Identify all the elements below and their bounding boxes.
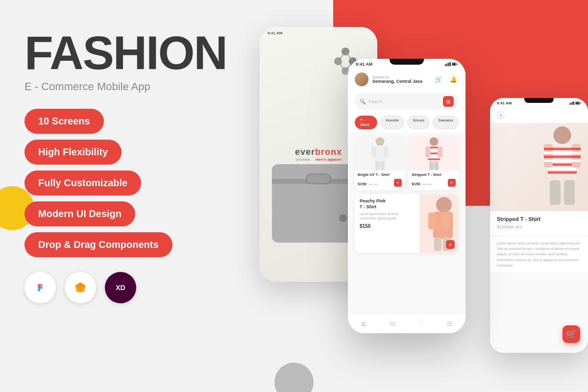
person-figure-1 bbox=[371, 137, 389, 170]
figma-icon bbox=[24, 272, 56, 303]
phone-main-status: 9:41 AM bbox=[348, 59, 466, 69]
left-panel: FASHION E - Commerce Mobile App 10 Scree… bbox=[24, 29, 230, 303]
svg-rect-50 bbox=[573, 101, 575, 105]
floating-cart-button[interactable]: 🛒 bbox=[563, 325, 580, 343]
feature-badges: 10 Screens High Flexibility Fully Custom… bbox=[24, 109, 230, 257]
brand-name: everbronx bbox=[295, 147, 342, 157]
cat-sweater[interactable]: Sweater bbox=[433, 116, 459, 129]
app-subtitle: E - Commerce Mobile App bbox=[24, 80, 230, 93]
cat-tshirt[interactable]: T - Shirt bbox=[355, 116, 377, 129]
svg-rect-19 bbox=[449, 62, 451, 66]
wide-product-desc: Lorem ipsum dolor sit amet, consectetur … bbox=[360, 212, 415, 220]
search-bar: 🔍 Search ⊞ bbox=[348, 90, 466, 113]
svg-rect-38 bbox=[438, 147, 442, 157]
product-card-1[interactable]: Bright UV T - Shirt $150 per pcs + bbox=[355, 136, 405, 190]
search-input-wrap: 🔍 Search ⊞ bbox=[355, 93, 459, 110]
svg-line-9 bbox=[338, 61, 345, 71]
svg-rect-17 bbox=[446, 64, 447, 67]
svg-rect-49 bbox=[572, 102, 573, 105]
svg-rect-26 bbox=[384, 147, 389, 157]
svg-rect-53 bbox=[580, 102, 581, 103]
product-info-1: Bright UV T - Shirt $150 per pcs + bbox=[355, 171, 405, 190]
svg-rect-39 bbox=[429, 161, 434, 170]
filter-button[interactable]: ⊞ bbox=[443, 96, 454, 107]
product-card-wide[interactable]: Peachy PinkT - Shirt Lorem ipsum dolor s… bbox=[355, 194, 459, 253]
user-info: Delivery to Semarang, Central Java bbox=[355, 73, 422, 86]
svg-rect-48 bbox=[571, 102, 572, 105]
svg-rect-65 bbox=[550, 180, 561, 205]
svg-rect-16 bbox=[445, 64, 446, 66]
detail-time: 9:41 AM bbox=[497, 101, 512, 105]
products-grid: Bright UV T - Shirt $150 per pcs + bbox=[348, 132, 466, 313]
brand-tagline: provides men's apparel bbox=[295, 157, 342, 162]
main-status-time: 9:41 AM bbox=[356, 62, 372, 67]
back-button[interactable]: ‹ bbox=[496, 110, 506, 120]
svg-rect-66 bbox=[564, 180, 575, 205]
search-icon: 🔍 bbox=[360, 99, 366, 104]
svg-line-8 bbox=[338, 51, 345, 61]
product-price-1: $150 per pcs bbox=[358, 178, 378, 187]
cart-icon[interactable]: 🛒 bbox=[433, 74, 444, 85]
phone-main-header: Delivery to Semarang, Central Java 🛒 🔔 bbox=[348, 69, 466, 90]
detail-signal-icon bbox=[569, 101, 574, 105]
nav-profile[interactable]: ⊞ bbox=[444, 318, 456, 329]
detail-product-info: Stripped T - Shirt $150/per pcs bbox=[490, 211, 588, 235]
phone-detail: 9:41 AM ‹ bbox=[490, 98, 588, 353]
products-row-1: Bright UV T - Shirt $150 per pcs + bbox=[355, 136, 459, 190]
delivery-location: Semarang, Central Java bbox=[372, 79, 422, 84]
wide-add-btn[interactable]: + bbox=[446, 240, 455, 249]
badge-screens: 10 Screens bbox=[24, 109, 104, 134]
search-placeholder[interactable]: Search bbox=[368, 99, 440, 104]
tool-icons: XD bbox=[24, 272, 230, 303]
product-price-row-2: $150 per pcs + bbox=[412, 178, 456, 187]
detail-figure bbox=[544, 125, 581, 211]
svg-rect-43 bbox=[428, 213, 436, 229]
phone-main: 9:41 AM bbox=[348, 59, 466, 333]
svg-rect-47 bbox=[569, 103, 570, 105]
product-info-2: Stripped T - Shirt $150 per pcs + bbox=[409, 171, 459, 190]
nav-shop[interactable]: 🛍 bbox=[387, 318, 398, 329]
svg-rect-25 bbox=[371, 147, 376, 157]
xd-icon: XD bbox=[105, 272, 136, 303]
product-name-2: Stripped T - Shirt bbox=[412, 172, 456, 177]
phone-detail-status: 9:41 AM bbox=[490, 98, 588, 107]
svg-rect-45 bbox=[434, 237, 441, 251]
wide-card-img: + bbox=[419, 194, 459, 253]
phones-area: everbronx provides men's apparel 9:41 AM… bbox=[235, 0, 588, 392]
cat-shoes[interactable]: Shoes bbox=[407, 116, 430, 129]
brand-phone-time: 9:41 AM bbox=[268, 31, 282, 35]
detail-product-price: $150/per pcs bbox=[497, 223, 581, 230]
svg-rect-21 bbox=[452, 63, 456, 65]
nav-home[interactable]: ⌂ bbox=[358, 318, 369, 329]
wide-card-info: Peachy PinkT - Shirt Lorem ipsum dolor s… bbox=[355, 194, 419, 253]
svg-point-15 bbox=[339, 214, 347, 222]
detail-battery-icon bbox=[575, 101, 581, 105]
add-cart-btn-1[interactable]: + bbox=[394, 179, 402, 187]
detail-product-title: Stripped T - Shirt bbox=[497, 216, 581, 222]
add-cart-btn-2[interactable]: + bbox=[448, 179, 456, 187]
nav-heart[interactable]: ♡ bbox=[415, 318, 427, 329]
svg-rect-37 bbox=[425, 147, 430, 157]
bell-icon[interactable]: 🔔 bbox=[448, 74, 459, 85]
svg-rect-22 bbox=[457, 64, 458, 65]
product-price-row-1: $150 per pcs + bbox=[358, 178, 402, 187]
category-tabs: T - Shirt Hoodie Shoes Sweater bbox=[348, 113, 466, 132]
badge-ui: Modern UI Design bbox=[24, 201, 135, 226]
badge-drag: Drop & Drag Components bbox=[24, 232, 172, 257]
svg-rect-18 bbox=[448, 63, 449, 66]
xd-label: XD bbox=[116, 284, 125, 292]
svg-rect-14 bbox=[306, 174, 331, 184]
sketch-icon bbox=[65, 272, 96, 303]
phone-brand-text: everbronx provides men's apparel bbox=[295, 147, 342, 162]
detail-product-img bbox=[490, 123, 588, 211]
svg-rect-40 bbox=[434, 161, 439, 170]
product-card-2[interactable]: Stripped T - Shirt $150 per pcs + bbox=[409, 136, 459, 190]
delivery-label: Delivery to bbox=[372, 75, 422, 79]
header-icons: 🛒 🔔 bbox=[433, 74, 459, 85]
cat-hoodie[interactable]: Hoodie bbox=[380, 116, 404, 129]
svg-rect-27 bbox=[375, 161, 380, 170]
person-figure-2 bbox=[425, 137, 442, 170]
svg-point-54 bbox=[554, 126, 571, 144]
app-title: FASHION bbox=[24, 29, 230, 76]
signal-icon bbox=[445, 62, 451, 66]
